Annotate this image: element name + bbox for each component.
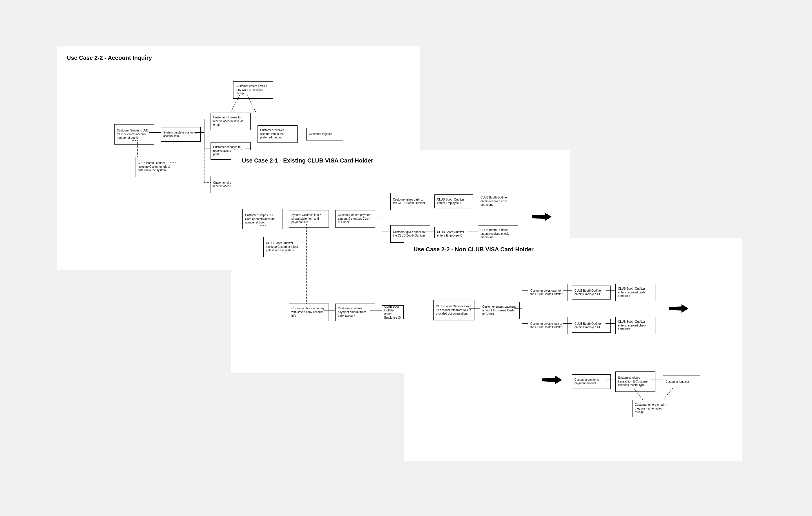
panel-non-holder bbox=[404, 238, 743, 461]
box-b1b: CLUB Booth Outfitter looks up Customer i… bbox=[263, 237, 303, 257]
box-c4a: CLUB Booth Outfitter enters Employee ID bbox=[572, 286, 611, 299]
svg-line-3 bbox=[663, 388, 673, 400]
box-b9: CLUB Booth Outfitter enters Employee ID bbox=[382, 305, 404, 319]
box-c2: Customer enters payment amount & chooses… bbox=[480, 302, 520, 319]
box-b7: Customer chooses to pay with saved bank … bbox=[289, 304, 329, 321]
box-a1: Customer Swipes CLUB Card or enters acco… bbox=[114, 124, 154, 144]
continuation-arrow-icon bbox=[668, 304, 689, 314]
box-b6a: CLUB Booth Outfitter enters received cas… bbox=[478, 193, 518, 210]
box-c3b: Customer gives check to the CLUB Booth O… bbox=[528, 317, 568, 334]
box-b3: Customer enters payment amount & chooses… bbox=[335, 210, 375, 227]
svg-line-2 bbox=[634, 388, 643, 400]
box-c9: Customer enters email if they want an em… bbox=[632, 400, 672, 417]
box-c3a: Customer gives cash to the CLUB Booth Ou… bbox=[528, 284, 568, 301]
box-b5a: CLUB Booth Outfitter enters Employee ID bbox=[434, 194, 473, 208]
box-c4b: CLUB Booth Outfitter enters Employee ID bbox=[572, 319, 611, 333]
title-account-inquiry: Use Case 2-2 - Account Inquiry bbox=[67, 55, 152, 61]
continuation-arrow-icon bbox=[542, 375, 562, 385]
continuation-arrow-icon bbox=[531, 212, 552, 222]
box-c1: CLUB Booth Outfitter looks up account in… bbox=[433, 300, 474, 320]
box-b2: System validates info & shows statement … bbox=[289, 210, 329, 227]
box-c8: Customer logs out bbox=[663, 376, 700, 388]
title-existing-holder: Use Case 2-1 - Existing CLUB VISA Card H… bbox=[242, 157, 373, 164]
box-b4a: Customer gives cash to the CLUB Booth Ou… bbox=[390, 193, 430, 210]
svg-line-0 bbox=[231, 95, 239, 112]
box-a2: System displays customer account info bbox=[161, 127, 201, 142]
box-c6: Customer confirms payment amount bbox=[572, 374, 611, 389]
box-b1: Customer Swipes CLUB Card or enters acco… bbox=[242, 209, 283, 229]
box-a6: Customer receives account info in the pr… bbox=[258, 126, 297, 143]
box-a3: Customer chooses to receive account info… bbox=[210, 113, 251, 130]
diagram-stage: Use Case 2-2 - Account Inquiry Customer … bbox=[0, 0, 812, 516]
title-non-holder: Use Case 2-2 - Non CLUB VISA Card Holder bbox=[413, 246, 533, 253]
box-b8: Customer confirms payment amount from ba… bbox=[335, 304, 375, 321]
box-a1b: CLUB Booth Outfitter looks up Customer i… bbox=[135, 157, 175, 177]
box-c5a: CLUB Booth Outfitter enters received cas… bbox=[615, 284, 656, 301]
box-c5b: CLUB Booth Outfitter enters received che… bbox=[615, 317, 656, 334]
box-a7: Customer logs out bbox=[306, 128, 343, 140]
svg-line-1 bbox=[247, 95, 256, 112]
